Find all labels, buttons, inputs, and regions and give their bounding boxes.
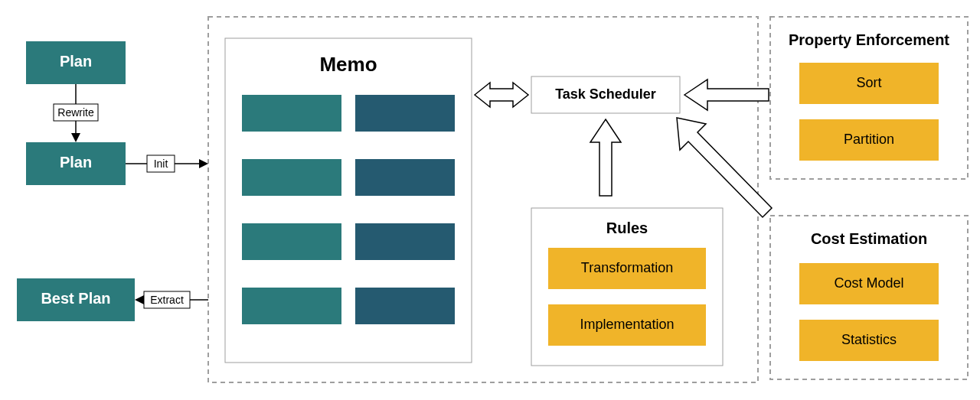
rules-title: Rules xyxy=(606,220,648,236)
svg-marker-11 xyxy=(135,295,144,304)
memo-slot xyxy=(355,95,455,132)
task-scheduler-label: Task Scheduler xyxy=(555,86,656,102)
rules-transformation-label: Transformation xyxy=(581,260,673,275)
memo-slot xyxy=(355,288,455,324)
memo-slot xyxy=(355,223,455,260)
memo-title: Memo xyxy=(319,53,377,76)
diagram-root: Memo Task Scheduler Rules Transformation… xyxy=(0,0,980,400)
memo-panel: Memo xyxy=(225,38,472,363)
memo-slot xyxy=(355,159,455,196)
memo-slot xyxy=(242,95,341,132)
plan-label-1: Plan xyxy=(60,53,92,70)
rules-implementation-label: Implementation xyxy=(580,317,674,332)
memo-slot xyxy=(242,159,341,196)
memo-slot xyxy=(242,288,341,324)
cost-estimation-title: Cost Estimation xyxy=(811,230,927,247)
plan-label-2: Plan xyxy=(60,154,92,171)
property-enforcement-title: Property Enforcement xyxy=(789,31,949,48)
cost-estimation-panel: Cost Estimation Cost Model Statistics xyxy=(770,216,968,379)
svg-marker-10 xyxy=(199,159,208,168)
memo-slot xyxy=(242,223,341,260)
init-label: Init xyxy=(154,158,168,170)
rewrite-label: Rewrite xyxy=(57,106,94,119)
svg-marker-9 xyxy=(71,133,80,142)
sort-label: Sort xyxy=(856,75,881,90)
task-scheduler-box: Task Scheduler xyxy=(531,76,680,113)
cost-model-label: Cost Model xyxy=(834,275,903,291)
best-plan-label: Best Plan xyxy=(41,290,110,307)
extract-label: Extract xyxy=(150,294,184,306)
property-enforcement-panel: Property Enforcement Sort Partition xyxy=(770,17,968,179)
rules-panel: Rules Transformation Implementation xyxy=(531,208,723,366)
statistics-label: Statistics xyxy=(841,332,897,347)
partition-label: Partition xyxy=(844,132,894,147)
plan-flow: Plan Plan Best Plan Rewrite Init Extract xyxy=(17,41,208,321)
